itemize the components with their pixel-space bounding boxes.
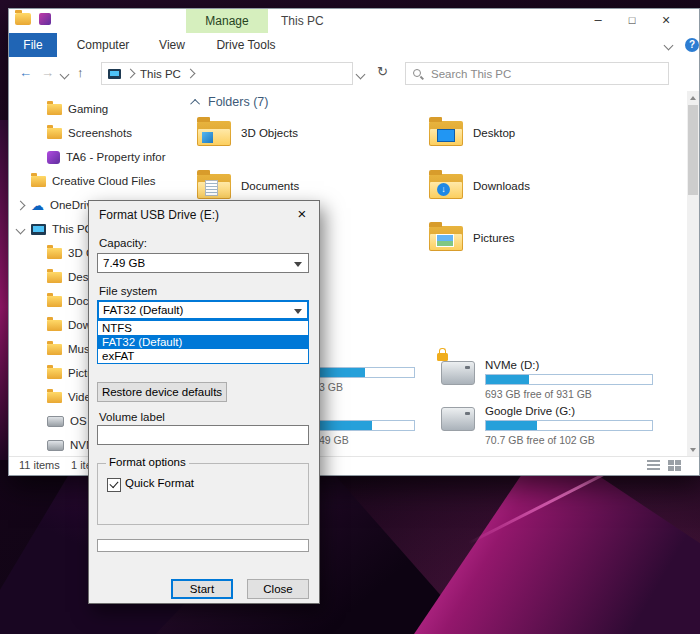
breadcrumb-chevron-icon[interactable] <box>126 69 136 79</box>
titlebar[interactable]: Manage This PC – □ × <box>9 9 699 33</box>
ribbon-tabs: File Computer View Drive Tools ? <box>9 33 699 58</box>
start-button[interactable]: Start <box>171 579 233 599</box>
volume-label-input[interactable] <box>97 425 309 445</box>
folder-icon <box>47 128 62 139</box>
drive-icon <box>441 407 475 431</box>
drive-caption: 693 GB free of 931 GB <box>485 388 653 400</box>
sidebar-item-label: Gaming <box>68 97 108 121</box>
folder-icon <box>197 121 231 146</box>
scroll-up-icon[interactable] <box>690 96 696 100</box>
download-arrow-icon: ↓ <box>437 183 450 196</box>
sidebar-item-label: Creative Cloud Files <box>52 169 156 193</box>
folders-group-header[interactable]: Folders (7) <box>193 95 268 109</box>
scrollbar-thumb[interactable] <box>688 105 698 195</box>
folder-tile-label: Desktop <box>473 127 515 139</box>
expand-chevron-icon[interactable] <box>16 201 26 211</box>
thumbnails-view-icon[interactable] <box>668 460 681 471</box>
sidebar-item-label: This PC <box>52 217 93 241</box>
checkmark-icon <box>109 479 118 488</box>
drive-item-partial[interactable]: 3 GB <box>319 367 415 393</box>
option-fat32[interactable]: FAT32 (Default) <box>98 335 308 349</box>
quick-access-customize-icon[interactable] <box>39 13 51 25</box>
sidebar-item-screenshots[interactable]: Screenshots <box>9 121 159 145</box>
monitor-icon <box>437 129 455 142</box>
quick-format-label: Quick Format <box>125 477 194 489</box>
file-system-options-list: NTFS FAT32 (Default) exFAT <box>97 320 309 364</box>
minimize-button[interactable]: – <box>581 9 615 33</box>
folders-group-label: Folders (7) <box>208 95 268 109</box>
scrollbar[interactable] <box>687 91 699 457</box>
items-count: 11 items <box>19 459 60 471</box>
dialog-close-button[interactable]: Close <box>247 579 309 599</box>
option-exfat[interactable]: exFAT <box>98 349 308 363</box>
folder-tile-downloads[interactable]: ↓ Downloads <box>429 166 654 206</box>
drive-icon <box>47 440 64 451</box>
help-icon[interactable]: ? <box>685 38 699 52</box>
drive-item-google-drive-g[interactable]: Google Drive (G:) 70.7 GB free of 102 GB <box>441 403 681 447</box>
file-system-dropdown[interactable]: FAT32 (Default) <box>97 300 309 320</box>
tab-view[interactable]: View <box>147 33 197 57</box>
refresh-icon[interactable]: ↻ <box>377 64 388 79</box>
format-progress-bar <box>97 539 309 552</box>
document-icon <box>205 180 218 196</box>
close-button[interactable]: × <box>649 9 683 33</box>
collapse-chevron-icon[interactable] <box>16 225 26 235</box>
dropdown-arrow-icon <box>294 309 302 314</box>
bitlocker-lock-icon <box>437 353 448 361</box>
file-system-value: FAT32 (Default) <box>103 304 183 316</box>
explorer-app-icon <box>15 13 31 25</box>
recent-locations-icon[interactable] <box>60 70 70 80</box>
up-button[interactable]: ↑ <box>77 65 84 80</box>
option-ntfs[interactable]: NTFS <box>98 321 308 335</box>
folder-icon <box>47 272 62 283</box>
file-system-label: File system <box>99 285 157 297</box>
breadcrumb-item[interactable]: This PC <box>140 68 181 80</box>
forward-button[interactable]: → <box>41 65 54 80</box>
folder-tile-label: 3D Objects <box>241 127 298 139</box>
restore-defaults-button[interactable]: Restore device defaults <box>97 382 227 402</box>
folder-tile-desktop[interactable]: Desktop <box>429 113 654 153</box>
format-options-group: Format options Quick Format <box>97 463 309 525</box>
tab-computer[interactable]: Computer <box>65 33 141 57</box>
tab-drive-tools[interactable]: Drive Tools <box>203 33 289 57</box>
folder-tile-pictures[interactable]: Pictures <box>429 218 654 258</box>
folder-icon <box>31 176 46 187</box>
drive-caption: 3 GB <box>319 381 415 393</box>
window-title: This PC <box>281 9 324 33</box>
folder-icon <box>47 320 62 331</box>
scroll-down-icon[interactable] <box>690 448 696 452</box>
manage-contextual-tab[interactable]: Manage <box>186 9 268 33</box>
breadcrumb[interactable]: This PC <box>101 62 353 85</box>
details-view-icon[interactable] <box>647 460 660 471</box>
drive-item-nvme-d[interactable]: NVMe (D:) 693 GB free of 931 GB <box>441 359 681 403</box>
minimize-ribbon-icon[interactable] <box>664 41 674 51</box>
folder-tile-label: Documents <box>241 180 299 192</box>
quick-access-toolbar[interactable] <box>15 13 51 25</box>
drive-item-partial[interactable]: 49 GB <box>319 420 415 446</box>
search-box[interactable] <box>405 62 669 85</box>
sidebar-item-ta6[interactable]: TA6 - Property infor <box>9 145 159 169</box>
drive-name: Google Drive (G:) <box>485 405 653 417</box>
quick-format-checkbox[interactable] <box>107 478 121 492</box>
breadcrumb-chevron-icon[interactable] <box>185 69 195 79</box>
onedrive-cloud-icon: ☁ <box>31 199 44 212</box>
sidebar-item-gaming[interactable]: Gaming <box>9 97 159 121</box>
folder-icon <box>429 226 463 251</box>
folder-icon <box>197 174 231 199</box>
folder-icon <box>47 344 62 355</box>
address-dropdown-icon[interactable] <box>356 70 366 80</box>
sidebar-item-creative-cloud[interactable]: Creative Cloud Files <box>9 169 159 193</box>
drive-usage-bar <box>319 367 415 378</box>
format-options-label: Format options <box>106 456 189 468</box>
dialog-close-icon[interactable]: × <box>293 205 311 222</box>
collapse-group-icon[interactable] <box>190 98 200 108</box>
folder-tile-3d-objects[interactable]: 3D Objects <box>197 113 422 153</box>
back-button[interactable]: ← <box>19 65 32 80</box>
address-bar: ← → ↑ This PC ↻ <box>9 57 699 92</box>
capacity-label: Capacity: <box>99 237 147 249</box>
maximize-button[interactable]: □ <box>615 9 649 33</box>
tab-file[interactable]: File <box>9 33 57 57</box>
search-input[interactable] <box>429 67 633 81</box>
capacity-dropdown[interactable]: 7.49 GB <box>97 253 309 273</box>
app-icon <box>47 151 60 164</box>
